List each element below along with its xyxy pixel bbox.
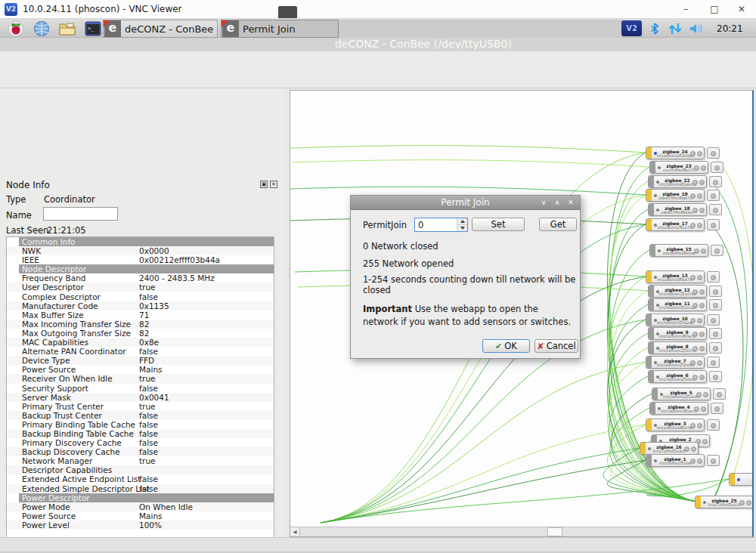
table-row[interactable]: Power Level100%	[7, 521, 274, 530]
table-row[interactable]: Primary Binding Table Cachefalse	[7, 420, 274, 429]
table-row[interactable]: Extended Active Endpoint Listfalse	[7, 474, 274, 483]
table-row[interactable]: Primary Discovery Cachefalse	[7, 438, 274, 447]
dialog-titlebar[interactable]: Permit Join ∨ ∧ ✕	[351, 196, 580, 210]
scrollbar-thumb[interactable]	[547, 527, 562, 536]
cancel-button[interactable]: ✘Cancel	[534, 339, 578, 353]
graph-node-zigbee_12[interactable]: zigbee_1200158d0003230741	[648, 285, 707, 298]
network-arrows-icon[interactable]	[667, 21, 683, 36]
graph-node-partial[interactable]	[707, 314, 720, 326]
graph-node-zigbee_1[interactable]: zigbee_1d0cf5efffe27c004	[646, 454, 705, 467]
spin-down-icon[interactable]	[457, 225, 467, 232]
table-row[interactable]: Backup Binding Table Cachefalse	[7, 429, 274, 438]
table-row[interactable]: Max Outgoing Transfer Size82	[7, 329, 274, 338]
graph-node-partial[interactable]	[709, 204, 722, 215]
graph-node-zigbee_10[interactable]: zigbee_1000158d00032362ae	[646, 314, 705, 326]
get-button[interactable]: Get	[539, 218, 577, 231]
table-row[interactable]: Network Managertrue	[7, 456, 274, 465]
volume-icon[interactable]	[688, 21, 706, 36]
close-button[interactable]: ✕	[730, 0, 753, 18]
graph-node-zigbee_7[interactable]: zigbee_700158d0003230084	[646, 356, 705, 369]
table-row[interactable]: Alternate PAN Coordinatorfalse	[7, 347, 274, 356]
graph-node-zigbee_3[interactable]: zigbee_300124b001babe786	[646, 419, 705, 431]
dialog-close-icon[interactable]: ✕	[565, 197, 577, 209]
unshade-button[interactable]: ∧	[551, 197, 563, 209]
table-row[interactable]: Max Buffer Size71	[7, 310, 274, 320]
table-row[interactable]: Device TypeFFD	[7, 356, 274, 365]
set-button[interactable]: Set	[472, 218, 525, 231]
ok-button[interactable]: ✔OK	[482, 339, 530, 353]
taskbar-window-permit-join[interactable]: e Permit Join	[221, 20, 339, 38]
graph-node-partial[interactable]	[711, 162, 723, 173]
graph-node-zigbee_18[interactable]: zigbee_1814b457fffeb666bc	[648, 203, 707, 216]
scroll-left-arrow-icon[interactable]: ◀	[290, 527, 300, 536]
table-row[interactable]: Frequency Band2400 - 2483.5 MHz	[7, 273, 274, 283]
graph-node-partial[interactable]	[709, 328, 722, 339]
graph-node-zigbee_5[interactable]: zigbee_500158d000321d166	[652, 388, 711, 400]
graph-node-zigbee_9[interactable]: zigbee_900158d0003405a7b	[648, 327, 707, 340]
table-row[interactable]: User Descriptortrue	[7, 283, 274, 292]
table-row[interactable]: IEEE0x00212effff03b44a	[7, 255, 274, 264]
taskbar-window-deconz[interactable]: e deCONZ - ConBee (/d...	[103, 20, 218, 38]
float-panel-icon[interactable]: ▣	[260, 181, 268, 188]
table-row[interactable]: Receiver On When Idletrue	[7, 374, 274, 383]
raspberry-menu-icon[interactable]	[5, 20, 26, 37]
graph-node-partial[interactable]	[711, 403, 723, 414]
graph-node-zigbee_19[interactable]: zigbee_1914b457fffe0d4873	[646, 189, 705, 202]
table-row[interactable]: Power SourceMains	[7, 511, 274, 521]
graph-node-partial[interactable]	[709, 371, 722, 382]
graph-node-partial[interactable]	[707, 357, 720, 368]
graph-node-partial[interactable]	[707, 271, 720, 283]
table-row[interactable]: Manufacturer Code0x1135	[7, 301, 274, 310]
permit-join-spinbox[interactable]: 0	[414, 218, 468, 232]
bluetooth-icon[interactable]	[648, 21, 662, 36]
table-row[interactable]: Backup Discovery Cachefalse	[7, 447, 274, 456]
terminal-icon[interactable]: >_	[82, 20, 104, 37]
graph-node-zigbee_17[interactable]: zigbee_1700124b001c4327f2	[646, 218, 705, 231]
minimize-button[interactable]: –	[674, 0, 697, 18]
shade-button[interactable]: ∨	[538, 197, 550, 209]
graph-node-zigbee_13[interactable]: zigbee_1300124b001b0b475f	[646, 270, 705, 283]
graph-node-zigbee_22[interactable]: zigbee_2200158d00042b6918	[648, 175, 707, 188]
graph-node-zigbee_6[interactable]: zigbee_600158d000323063d	[648, 370, 707, 383]
graph-node-zig[interactable]: zig5c0272	[729, 473, 752, 486]
table-row[interactable]: Primary Trust Centertrue	[7, 402, 274, 411]
graph-node-partial[interactable]	[709, 299, 722, 310]
graph-node-partial[interactable]	[709, 176, 722, 187]
graph-node-partial[interactable]	[709, 342, 722, 354]
web-browser-icon[interactable]	[30, 20, 52, 37]
graph-node-partial[interactable]	[707, 419, 720, 431]
spin-up-icon[interactable]	[457, 218, 467, 225]
graph-node-zigbee_24[interactable]: zigbee_2400124b001a1408bd	[646, 147, 705, 159]
table-row[interactable]: Complex Descriptorfalse	[7, 292, 274, 301]
table-row[interactable]: Backup Trust Centerfalse	[7, 411, 274, 420]
graph-node-partial[interactable]	[707, 219, 720, 230]
name-input[interactable]	[43, 207, 118, 221]
table-row[interactable]: Server Mask0x0041	[7, 393, 274, 402]
graph-node-partial[interactable]	[707, 455, 720, 466]
horizontal-scrollbar[interactable]: ◀	[290, 527, 752, 536]
table-row[interactable]: Extended Simple Descriptor Listfalse	[7, 484, 274, 493]
file-manager-icon[interactable]	[56, 20, 78, 37]
table-row[interactable]: NWK0x0000	[7, 246, 274, 255]
table-row[interactable]: Descriptor Capabilities	[7, 465, 274, 474]
graph-node-zigbee_8[interactable]: zigbee_800158d0003230372	[648, 341, 707, 354]
graph-node-partial[interactable]	[709, 286, 722, 297]
graph-node-zigbee_25[interactable]: zigbee_255c0272fffeb20035	[695, 496, 752, 508]
table-row[interactable]: Max Incoming Transfer Size82	[7, 320, 274, 329]
graph-node-zigbee_15[interactable]: zigbee_15000d6ffffe24b5da	[649, 244, 708, 257]
maximize-button[interactable]: □	[703, 0, 726, 18]
table-row[interactable]: MAC Capabilities0x8e	[7, 338, 274, 347]
close-panel-icon[interactable]: ✕	[270, 181, 277, 188]
vnc-tray-icon[interactable]: V2	[621, 20, 642, 36]
graph-node-zigbee_4[interactable]: zigbee_400158d00034cacc0	[649, 402, 708, 415]
graph-node-zigbee_16[interactable]: zigbee_165c0272fffeb12dcb	[640, 442, 699, 455]
graph-node-zigbee_11[interactable]: zigbee_1100158d000323032b	[648, 298, 707, 311]
graph-node-partial[interactable]	[707, 147, 720, 159]
graph-node-zigbee_23[interactable]: zigbee_23ccccccfffe048175	[649, 161, 708, 174]
graph-node-partial[interactable]	[707, 190, 720, 201]
table-row[interactable]: Security Supportfalse	[7, 384, 274, 393]
vnc-toolbar-tab[interactable]	[278, 6, 297, 18]
table-row[interactable]: Power SourceMains	[7, 365, 274, 374]
graph-node-partial[interactable]	[713, 388, 726, 400]
graph-node-partial[interactable]	[711, 245, 723, 256]
